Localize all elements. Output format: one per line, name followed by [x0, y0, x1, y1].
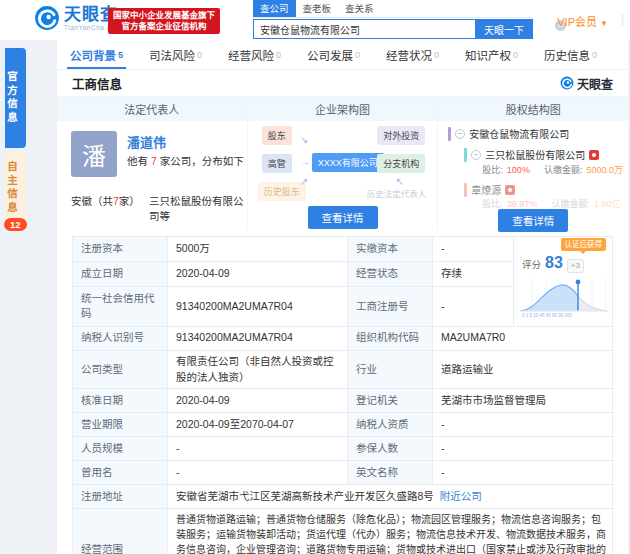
org-node-shareholder: 股东 — [262, 126, 292, 145]
row-value: 2020-04-09 — [168, 389, 348, 413]
row-label: 成立日期 — [73, 262, 168, 287]
nearby-companies-link[interactable]: 附近公司 — [440, 489, 482, 505]
row-label: 人员规模 — [73, 437, 168, 461]
main-tab-2[interactable]: 经营风险0 — [215, 40, 294, 69]
search-input[interactable] — [253, 19, 475, 39]
tree-bar — [448, 127, 451, 141]
row-value: - — [168, 461, 348, 485]
row-label: 组织机构代码 — [348, 327, 433, 351]
main-tab-label: 经营风险 — [228, 47, 274, 63]
main-tab-1[interactable]: 司法风险0 — [136, 40, 215, 69]
row-label: 登记机关 — [348, 389, 433, 413]
company-icon — [589, 150, 599, 160]
equity-root-node[interactable]: − 安徽仓鼠物流有限公司 — [448, 126, 569, 141]
score-label: 评分 — [522, 258, 541, 272]
sidebar-tab-self-info[interactable]: 自主信息 — [5, 152, 26, 224]
row-label: 营业期限 — [73, 413, 168, 437]
row-value: 91340200MA2UMA7R04 — [168, 287, 348, 327]
arrow-icon: ↗ — [396, 134, 404, 145]
arrow-icon: → — [396, 156, 406, 167]
collapse-icon[interactable]: − — [455, 129, 465, 139]
main-tab-0[interactable]: 公司背景5 — [57, 40, 136, 69]
search-button[interactable]: 天眼一下 — [475, 19, 533, 39]
org-chart-detail-button[interactable]: 查看详情 — [308, 206, 378, 229]
score-axis-labels: 0 1 5 10 45 65 80 90 100 — [522, 313, 573, 318]
equity-panel: 股权结构图 − 安徽仓鼠物流有限公司 − 三只松鼠股份有限公司 股比: 100%… — [438, 97, 628, 230]
section-title: 工商信息 — [72, 74, 122, 93]
search-tab-1[interactable]: 查老板 — [296, 0, 339, 17]
row-label: 经营范围 — [73, 509, 168, 554]
arrow-icon: ↖ — [396, 176, 404, 187]
legal-rep-name-link[interactable]: 潘道伟 — [127, 132, 166, 151]
top-header: 天眼查 TianYanCha.com 国家中小企业发展基金旗下 官方备案企业征信… — [0, 0, 630, 40]
main-tab-3[interactable]: 公司发展0 — [294, 40, 373, 69]
row-label: 参保人数 — [348, 437, 433, 461]
search-tab-2[interactable]: 查关系 — [338, 0, 381, 17]
org-chart-panel-title: 企业架构图 — [248, 97, 438, 121]
row-value: 存续 — [433, 262, 514, 287]
search-zone: 查公司查老板查关系 天眼一下 — [253, 3, 533, 39]
row-value: 5000万 — [168, 237, 348, 262]
row-label: 核准日期 — [73, 389, 168, 413]
vip-member-link[interactable]: VIP会员 ▼ — [557, 13, 608, 29]
main-tab-count: 0 — [197, 50, 202, 60]
tree-bar — [464, 183, 467, 197]
equity-child-node[interactable]: − 三只松鼠股份有限公司 — [464, 147, 599, 162]
row-label: 纳税人识别号 — [73, 327, 168, 351]
main-tab-label: 知识产权 — [465, 47, 511, 63]
tree-bar — [464, 148, 467, 162]
row-value: - — [168, 437, 348, 461]
header-divider: | — [621, 12, 624, 26]
legal-rep-company-link[interactable]: 三只松鼠股份有限公司等 — [149, 193, 247, 223]
row-value: 芜湖市市场监督管理局 — [433, 389, 614, 413]
legal-rep-region: 安徽（共7家） — [71, 193, 140, 208]
legal-rep-desc: 他有 7 家公司，分布如下 — [127, 153, 244, 168]
main-tab-label: 历史信息 — [544, 47, 590, 63]
tianyancha-eye-icon — [34, 5, 60, 31]
avatar: 潘 — [71, 131, 117, 177]
row-value: - — [433, 413, 614, 437]
main-tab-4[interactable]: 经营状况0 — [373, 40, 452, 69]
row-label: 经营状态 — [348, 262, 433, 287]
gov-certification-badge: 国家中小企业发展基金旗下 官方备案企业征信机构 — [108, 8, 220, 34]
equity-child-node[interactable]: 章燎源 — [464, 182, 515, 197]
row-value: - — [433, 461, 614, 485]
main-tab-bar: 公司背景5司法风险0经营风险0公司发展0经营状况0知识产权0历史信息0 — [57, 40, 628, 70]
row-label: 公司类型 — [73, 351, 168, 390]
row-label: 注册资本 — [73, 237, 168, 262]
score-widget-cell: 认证后获得 评分 83 +3 0 1 5 10 45 65 80 — [514, 237, 614, 327]
row-value: 2020-04-09至2070-04-07 — [168, 413, 348, 437]
address-value: 安徽省芜湖市弋江区芜湖高新技术产业开发区久盛路8号附近公司 — [168, 485, 614, 509]
row-label: 纳税人资质 — [348, 413, 433, 437]
row-value: 91340200MA2UMA7R04 — [168, 327, 348, 351]
sidebar-tab-official-info[interactable]: 官方信息 — [5, 48, 26, 148]
org-node-executive: 高管 — [262, 154, 292, 173]
search-tab-0[interactable]: 查公司 — [253, 0, 296, 17]
row-label: 统一社会信用代码 — [73, 287, 168, 327]
org-node-hist-shareholder: 历史股东 — [258, 182, 306, 201]
equity-detail-button[interactable]: 查看详情 — [498, 209, 568, 232]
main-tab-count: 0 — [434, 50, 439, 60]
legal-rep-panel-title: 法定代表人 — [57, 97, 247, 121]
row-label: 英文名称 — [348, 461, 433, 485]
legal-rep-panel: 法定代表人 潘 潘道伟 他有 7 家公司，分布如下 安徽（共7家） 三只松鼠股份… — [57, 97, 248, 230]
main-tab-label: 公司背景 — [70, 47, 116, 63]
score-cert-badge: 认证后获得 — [561, 238, 607, 251]
main-tab-label: 公司发展 — [307, 47, 353, 63]
collapse-icon[interactable]: − — [471, 150, 481, 160]
arrow-icon: → — [300, 156, 310, 167]
main-tab-5[interactable]: 知识产权0 — [452, 40, 531, 69]
chevron-down-icon: ▼ — [600, 19, 608, 28]
watermark: 天眼查 — [560, 75, 613, 92]
row-value: 2020-04-09 — [168, 262, 348, 287]
main-tab-6[interactable]: 历史信息0 — [531, 40, 610, 69]
main-tab-count: 5 — [118, 50, 123, 60]
row-label: 行业 — [348, 351, 433, 390]
summary-panels: 法定代表人 潘 潘道伟 他有 7 家公司，分布如下 安徽（共7家） 三只松鼠股份… — [57, 96, 628, 230]
equity-panel-title: 股权结构图 — [438, 97, 628, 121]
self-info-count-badge: 12 — [4, 218, 27, 231]
score-distribution-chart: 0 1 5 10 45 65 80 90 100 — [518, 275, 610, 319]
row-value: 有限责任公司（非自然人投资或控股的法人独资） — [168, 351, 348, 390]
main-tab-count: 0 — [276, 50, 281, 60]
equity-child-stats: 股比: 100% 认缴金额: 5000.0万 — [482, 163, 623, 176]
